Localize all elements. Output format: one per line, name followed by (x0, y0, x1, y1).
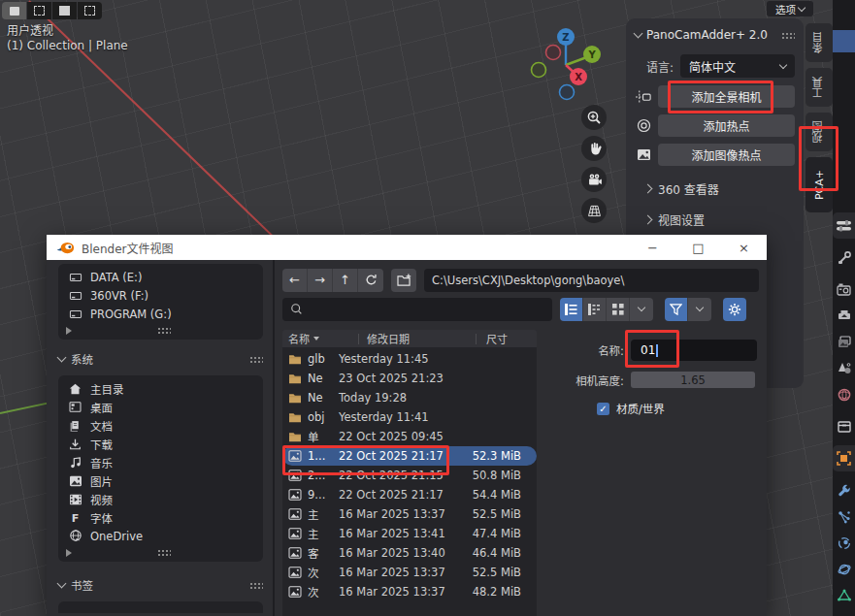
expand-icon[interactable] (66, 327, 72, 335)
properties-editor-icon[interactable] (833, 212, 855, 239)
close-button[interactable]: × (721, 235, 767, 260)
system-item[interactable]: 主目录 (58, 379, 263, 398)
section-view-settings[interactable]: 视图设置 (644, 211, 795, 228)
drag-handle-icon[interactable] (157, 549, 171, 556)
system-item[interactable]: 音乐 (58, 453, 263, 471)
language-select[interactable]: 简体中文 (680, 54, 795, 78)
add-hotspot-button[interactable]: 添加热点 (658, 114, 795, 137)
system-item[interactable]: 图片 (58, 471, 263, 490)
output-tab-icon[interactable] (833, 303, 855, 329)
file-row[interactable]: 次 16 Mar 2025 13:37 52.5 MiB (282, 563, 537, 582)
file-row[interactable]: glb Yesterday 11:45 (282, 349, 537, 369)
volume-item[interactable]: PROGRAM (G:) (58, 305, 263, 323)
section-360-viewer[interactable]: 360 查看器 (644, 179, 795, 197)
image-file-icon (288, 470, 308, 481)
grid-toggle-button[interactable] (581, 198, 607, 223)
system-item[interactable]: 文档 (58, 416, 263, 435)
tab-tool[interactable]: 工具 (806, 68, 833, 107)
system-item[interactable]: 视频 (58, 490, 263, 508)
tab-pca-plus[interactable]: PCA+ (806, 157, 833, 212)
zoom-button[interactable] (581, 105, 607, 130)
search-input[interactable] (282, 298, 552, 321)
dialog-titlebar[interactable]: Blender文件视图 − □ × (47, 235, 767, 260)
column-name[interactable]: 名称 (282, 331, 358, 346)
camera-height-field[interactable]: 1.65 (631, 372, 755, 388)
up-button[interactable]: ↑ (333, 269, 358, 292)
select-tweak-button[interactable] (2, 2, 26, 19)
render-tab-icon[interactable] (833, 276, 855, 303)
bookmarks-section-header[interactable]: 书签 (58, 575, 263, 595)
thumbnail-view-button[interactable] (607, 298, 630, 321)
particles-tab-icon[interactable] (833, 503, 855, 530)
material-world-checkbox[interactable]: ✓ (597, 403, 609, 415)
add-image-hotspot-button[interactable]: 添加图像热点 (658, 144, 795, 166)
file-row[interactable]: 2... 22 Oct 2025 21:15 50.8 MiB (282, 466, 537, 485)
drag-handle-icon[interactable] (157, 327, 171, 334)
pan-button[interactable] (581, 136, 607, 161)
system-item[interactable]: 桌面 (58, 398, 263, 416)
file-row[interactable]: Ne 23 Oct 2025 21:23 (282, 369, 537, 388)
maximize-button[interactable]: □ (675, 235, 721, 260)
refresh-button[interactable] (358, 269, 383, 292)
forward-button[interactable]: → (308, 269, 333, 292)
column-size[interactable]: 尺寸 (484, 331, 508, 346)
file-row[interactable]: 单 22 Oct 2025 09:45 (282, 427, 537, 446)
scene-tab-icon[interactable] (833, 355, 855, 381)
gizmo-minus-x-axis[interactable] (546, 46, 561, 60)
file-row[interactable]: Ne Today 19:28 (282, 388, 537, 407)
file-row[interactable]: 主 16 Mar 2025 13:37 52.5 MiB (282, 504, 537, 524)
view-layer-tab-icon[interactable] (833, 329, 855, 355)
file-row[interactable]: obj Yesterday 11:41 (282, 407, 537, 427)
navigation-gizmo[interactable]: Z Y X (527, 23, 607, 107)
minimize-button[interactable]: − (630, 235, 675, 260)
tool-tab-icon[interactable] (833, 244, 855, 271)
file-row[interactable]: 1... 22 Oct 2025 21:17 52.3 MiB (282, 446, 537, 466)
panel-header[interactable]: PanoCamAdder+ 2.0 (635, 25, 795, 45)
vertical-list-view-button[interactable] (560, 298, 583, 321)
expand-icon[interactable] (66, 549, 72, 557)
drag-handle-icon[interactable] (781, 32, 795, 39)
select-box-button[interactable] (27, 2, 51, 19)
drag-handle-icon[interactable] (249, 582, 263, 589)
constraints-tab-icon[interactable] (833, 556, 855, 582)
filter-button[interactable] (665, 298, 688, 321)
scrollbar-thumb[interactable] (833, 30, 855, 52)
options-button[interactable]: 选项 (767, 1, 813, 16)
select-circle-button[interactable] (52, 2, 77, 19)
tab-view[interactable]: 视图 (806, 113, 833, 151)
volume-item[interactable]: DATA (E:) (58, 268, 263, 286)
gizmo-minus-z-axis[interactable] (560, 85, 575, 100)
system-item[interactable]: F 字体 (58, 508, 263, 527)
path-input[interactable]: C:\Users\CXJ\Desktop\gong\baoye\ (424, 269, 759, 292)
world-tab-icon[interactable] (833, 381, 855, 407)
folder-icon (288, 373, 308, 384)
system-item[interactable]: 下载 (58, 435, 263, 453)
drag-handle-icon[interactable] (249, 356, 263, 363)
camera-view-button[interactable] (581, 167, 607, 192)
system-section-header[interactable]: 系统 (58, 349, 263, 369)
gizmo-minus-y-axis[interactable] (532, 63, 546, 78)
file-row[interactable]: 次 16 Mar 2025 13:37 48.2 MiB (282, 582, 537, 601)
add-pano-camera-button[interactable]: 添加全景相机 (658, 85, 795, 108)
detail-list-view-button[interactable] (583, 298, 607, 321)
file-row[interactable]: 9... 22 Oct 2025 21:17 54.4 MiB (282, 485, 537, 504)
file-row[interactable]: 客 16 Mar 2025 13:40 46.4 MiB (282, 543, 537, 563)
system-item[interactable]: OneDrive (58, 527, 263, 545)
filter-options-dropdown[interactable] (688, 298, 711, 321)
display-settings-dropdown[interactable] (630, 298, 653, 321)
file-name-input[interactable]: 01 (631, 340, 757, 361)
back-button[interactable]: ← (282, 269, 308, 292)
file-row[interactable]: 主 16 Mar 2025 13:41 47.4 MiB (282, 524, 537, 543)
collection-tab-icon[interactable] (833, 413, 855, 439)
object-tab-icon[interactable] (833, 445, 855, 471)
data-tab-icon[interactable] (833, 582, 855, 608)
volume-item[interactable]: 360VR (F:) (58, 286, 263, 305)
new-folder-button[interactable] (391, 269, 416, 292)
hand-icon (586, 141, 603, 157)
select-lasso-button[interactable] (78, 2, 102, 19)
settings-button[interactable] (723, 298, 746, 321)
column-date[interactable]: 修改日期 (367, 331, 476, 346)
physics-tab-icon[interactable] (833, 530, 855, 556)
tab-item[interactable]: 条目 (806, 23, 833, 62)
modifiers-tab-icon[interactable] (833, 477, 855, 503)
